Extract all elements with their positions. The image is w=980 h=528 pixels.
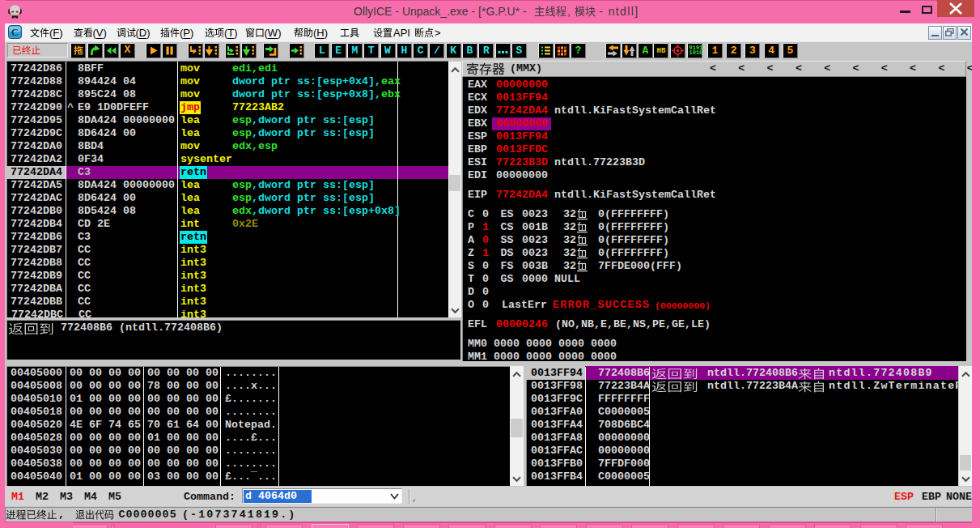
- svg-text:C: C: [11, 26, 19, 38]
